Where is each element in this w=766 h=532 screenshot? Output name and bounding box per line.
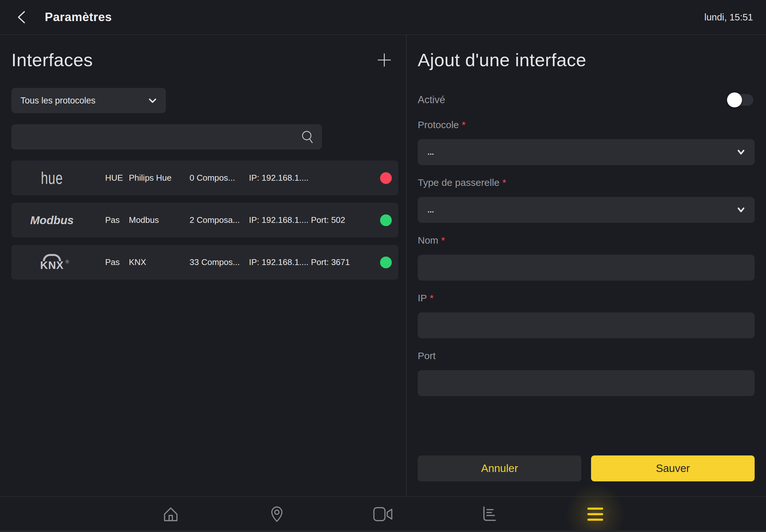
modbus-logo: Modbus bbox=[11, 214, 92, 227]
protocol-filter-select[interactable]: Tous les protocoles bbox=[11, 88, 166, 113]
add-interface-button[interactable] bbox=[377, 53, 392, 67]
search-bar bbox=[11, 124, 322, 150]
interfaces-title: Interfaces bbox=[11, 49, 93, 70]
chevron-left-icon bbox=[16, 10, 27, 24]
active-toggle[interactable] bbox=[729, 94, 753, 106]
bottom-navigation bbox=[0, 496, 766, 531]
search-icon bbox=[300, 130, 314, 144]
ip-label: IP* bbox=[418, 292, 755, 304]
toggle-knob bbox=[727, 92, 742, 107]
clock: lundi, 15:51 bbox=[704, 12, 753, 23]
passerelle-label: Type de passerelle* bbox=[418, 177, 755, 188]
add-interface-panel: Ajout d'une interface Activé Protocole* … bbox=[407, 35, 766, 496]
passerelle-select[interactable]: ... bbox=[418, 197, 755, 223]
chevron-down-icon bbox=[737, 150, 745, 155]
nom-input[interactable] bbox=[418, 255, 755, 281]
interface-name: Modbus bbox=[129, 215, 189, 225]
required-asterisk: * bbox=[462, 119, 466, 130]
bottom-edge-bar bbox=[0, 530, 766, 532]
search-input[interactable] bbox=[20, 124, 300, 150]
nav-location-button[interactable] bbox=[261, 499, 292, 530]
main-content: Interfaces Tous les protocoles bbox=[0, 35, 766, 496]
active-toggle-label: Activé bbox=[418, 94, 445, 106]
interfaces-panel: Interfaces Tous les protocoles bbox=[0, 35, 407, 496]
home-icon bbox=[161, 504, 180, 524]
video-camera-icon bbox=[372, 506, 394, 522]
nav-menu-button[interactable] bbox=[580, 499, 611, 530]
status-dot bbox=[380, 257, 392, 268]
interface-components: 33 Compos... bbox=[189, 257, 249, 267]
location-pin-icon bbox=[267, 504, 286, 524]
required-asterisk: * bbox=[503, 177, 506, 188]
status-dot bbox=[380, 172, 392, 184]
nom-label: Nom* bbox=[418, 235, 755, 246]
status-dot bbox=[380, 214, 392, 226]
protocole-label: Protocole* bbox=[418, 119, 755, 131]
nav-home-button[interactable] bbox=[155, 499, 186, 530]
interfaces-list: hue HUE Philips Hue 0 Compos... IP: 192.… bbox=[11, 161, 398, 280]
add-interface-title: Ajout d'une interface bbox=[418, 49, 755, 70]
interface-port: Port: 502 bbox=[311, 215, 345, 225]
required-asterisk: * bbox=[430, 293, 434, 303]
nav-stats-button[interactable] bbox=[474, 499, 505, 530]
interface-row-knx[interactable]: KNX ® Pas KNX 33 Compos... IP: 192.168.1… bbox=[11, 245, 398, 280]
interface-ip: IP: 192.168.1.... bbox=[249, 257, 311, 267]
knx-logo: KNX ® bbox=[11, 254, 92, 271]
port-input[interactable] bbox=[418, 370, 755, 396]
interface-row-modbus[interactable]: Modbus Pas Modbus 2 Composa... IP: 192.1… bbox=[11, 203, 398, 237]
header: Paramètres lundi, 15:51 bbox=[0, 0, 766, 35]
interface-row-hue[interactable]: hue HUE Philips Hue 0 Compos... IP: 192.… bbox=[11, 161, 398, 195]
bar-chart-icon bbox=[480, 505, 499, 524]
protocole-select[interactable]: ... bbox=[418, 139, 755, 165]
page-title: Paramètres bbox=[45, 10, 112, 24]
settings-screen: Paramètres lundi, 15:51 Interfaces Tous … bbox=[0, 0, 766, 532]
back-button[interactable] bbox=[16, 10, 27, 24]
interface-port: Port: 3671 bbox=[311, 257, 350, 267]
interface-code: Pas bbox=[105, 215, 129, 225]
interface-ip: IP: 192.168.1.... bbox=[249, 215, 311, 225]
chevron-down-icon bbox=[148, 98, 157, 103]
interface-components: 2 Composa... bbox=[189, 215, 249, 225]
plus-icon bbox=[377, 53, 392, 67]
interface-name: KNX bbox=[129, 257, 189, 267]
cancel-button[interactable]: Annuler bbox=[418, 455, 581, 481]
interface-code: HUE bbox=[105, 173, 129, 183]
save-button[interactable]: Sauver bbox=[591, 455, 755, 481]
hamburger-menu-icon bbox=[587, 506, 604, 522]
nav-camera-button[interactable] bbox=[367, 499, 399, 530]
interface-ip: IP: 192.168.1.... bbox=[249, 173, 311, 183]
chevron-down-icon bbox=[737, 207, 745, 213]
port-label: Port bbox=[418, 350, 755, 362]
protocol-filter-value: Tous les protocoles bbox=[20, 96, 95, 106]
interface-name: Philips Hue bbox=[129, 173, 189, 183]
ip-input[interactable] bbox=[418, 312, 755, 338]
interface-components: 0 Compos... bbox=[189, 173, 249, 183]
hue-logo: hue bbox=[11, 169, 92, 187]
required-asterisk: * bbox=[441, 235, 445, 246]
interface-code: Pas bbox=[105, 257, 129, 267]
